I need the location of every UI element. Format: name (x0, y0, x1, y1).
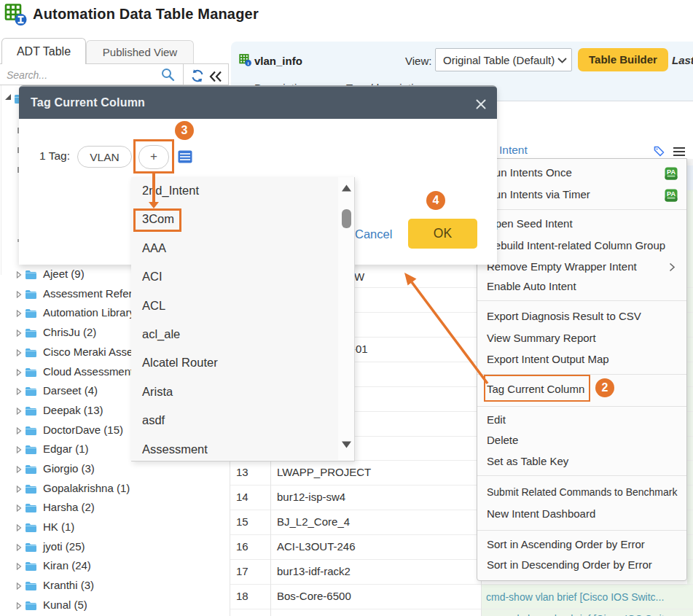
svg-text:PA: PA (667, 168, 676, 176)
svg-text:PA: PA (667, 190, 676, 198)
svg-text:i: i (248, 61, 249, 66)
